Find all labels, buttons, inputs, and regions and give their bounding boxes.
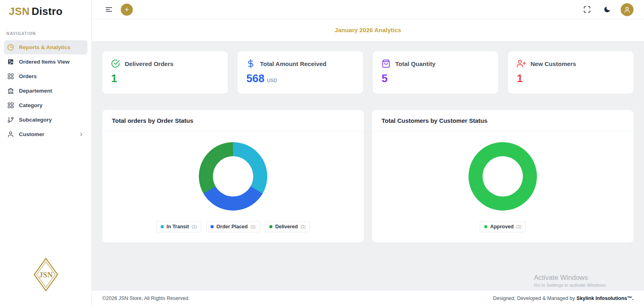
user-avatar-icon: [623, 6, 631, 13]
jsn-emblem: JSN: [33, 258, 58, 293]
brand-accent: JSN: [9, 5, 29, 17]
stat-label: Total Quantity: [395, 60, 436, 67]
sidebar-item-subcategory[interactable]: Subcategory: [4, 113, 87, 127]
content: Delivered Orders 1 Total Amount Received…: [92, 41, 644, 291]
brand-rest: Distro: [31, 5, 62, 17]
plus-icon: +: [125, 6, 129, 13]
legend-dot: [269, 225, 272, 228]
charts-row: Total orders by Order Status In Transit …: [102, 110, 634, 243]
nav-section-label: NAVIGATION: [0, 22, 91, 40]
stat-value: 568USD: [246, 72, 354, 85]
order-status-chart-card: Total orders by Order Status In Transit …: [102, 110, 364, 243]
legend-dot: [211, 225, 214, 228]
menu-icon: [105, 6, 113, 13]
sidebar: JSNDistro NAVIGATION Reports & Analytics…: [0, 0, 92, 306]
footer: ©2026 JSN Store, All Rights Reserved. De…: [92, 291, 644, 306]
sidebar-item-label: Customer: [19, 131, 44, 137]
user-plus-icon: [517, 59, 526, 68]
stats-row: Delivered Orders 1 Total Amount Received…: [102, 51, 634, 94]
stat-card-total-amount: Total Amount Received 568USD: [237, 51, 363, 94]
sidebar-item-category[interactable]: Category: [4, 98, 87, 112]
category-grid-icon: [7, 102, 14, 109]
svg-text:JSN: JSN: [39, 271, 53, 279]
legend-item-order-placed[interactable]: Order Placed (1): [206, 221, 260, 232]
user-menu-button[interactable]: [621, 3, 634, 16]
legend-dot: [484, 225, 487, 228]
customer-status-chart-card: Total Customers by Customer Status Appro…: [372, 110, 634, 243]
stat-label: Delivered Orders: [125, 60, 173, 67]
credits-brand: Skylink Infosolutions™.: [576, 296, 634, 301]
sidebar-item-label: Orders: [19, 73, 37, 79]
stat-card-total-quantity: Total Quantity 5: [373, 51, 498, 94]
topbar-right: [580, 3, 634, 16]
fullscreen-button[interactable]: [580, 3, 593, 16]
stat-label: New Customers: [530, 60, 576, 67]
legend-item-in-transit[interactable]: In Transit (1): [156, 221, 201, 232]
order-status-donut-chart[interactable]: [199, 142, 267, 211]
dollar-sign-icon: [246, 59, 255, 68]
sidebar-item-departement[interactable]: Departement: [4, 84, 87, 98]
stat-value: 1: [111, 72, 219, 85]
chart-legend: Approved (1): [480, 221, 526, 232]
stat-value: 5: [382, 72, 489, 85]
topbar: +: [92, 0, 644, 19]
chevron-right-icon: [78, 132, 84, 137]
dark-mode-button[interactable]: [601, 3, 613, 16]
sidebar-item-orders[interactable]: Orders: [4, 69, 87, 83]
brand-logo: JSNDistro: [0, 0, 91, 22]
sidebar-item-label: Subcategory: [19, 117, 52, 123]
chart-legend: In Transit (1) Order Placed (1) Delivere…: [156, 221, 310, 232]
sidebar-item-ordered-items-view[interactable]: Ordered Items View: [4, 55, 87, 69]
moon-icon: [603, 6, 611, 13]
shopping-bag-icon: [382, 59, 390, 68]
sidebar-nav: Reports & Analytics Ordered Items View O…: [0, 40, 91, 142]
chart-title: Total Customers by Customer Status: [382, 117, 624, 124]
chart-title: Total orders by Order Status: [112, 117, 354, 124]
sidebar-item-label: Ordered Items View: [19, 59, 70, 65]
stat-card-delivered-orders: Delivered Orders 1: [102, 51, 228, 94]
sidebar-item-label: Departement: [19, 88, 52, 94]
stat-label: Total Amount Received: [260, 60, 326, 67]
grid-icon: [7, 73, 14, 80]
sidebar-item-reports-analytics[interactable]: Reports & Analytics: [4, 40, 87, 54]
sidebar-item-label: Category: [19, 102, 43, 108]
credits-text: Designed, Developed & Managed bySkylink …: [493, 296, 634, 301]
banner-title: January 2026 Analytics: [334, 27, 401, 33]
copyright-text: ©2026 JSN Store, All Rights Reserved.: [102, 296, 190, 301]
stat-unit: USD: [267, 78, 277, 83]
branch-icon: [7, 116, 14, 123]
gallery-icon: [7, 58, 14, 65]
activate-windows-watermark: Activate Windows Go to Settings to activ…: [534, 274, 607, 287]
stat-value: 1: [517, 72, 625, 85]
menu-toggle-button[interactable]: [102, 3, 115, 16]
analytics-banner: January 2026 Analytics: [92, 19, 644, 41]
customer-status-donut-chart[interactable]: [469, 142, 537, 211]
check-circle-icon: [111, 59, 120, 68]
fullscreen-icon: [583, 6, 591, 13]
main-area: + January 2026 Analytics: [92, 0, 644, 306]
sidebar-item-label: Reports & Analytics: [19, 44, 70, 50]
pie-chart-icon: [7, 44, 14, 51]
user-icon: [7, 131, 14, 138]
legend-item-approved[interactable]: Approved (1): [480, 221, 526, 232]
legend-dot: [161, 225, 164, 228]
legend-item-delivered[interactable]: Delivered (1): [265, 221, 310, 232]
sidebar-item-customer[interactable]: Customer: [4, 127, 87, 141]
add-button[interactable]: +: [121, 4, 133, 16]
stat-card-new-customers: New Customers 1: [508, 51, 634, 94]
building-icon: [7, 87, 14, 94]
